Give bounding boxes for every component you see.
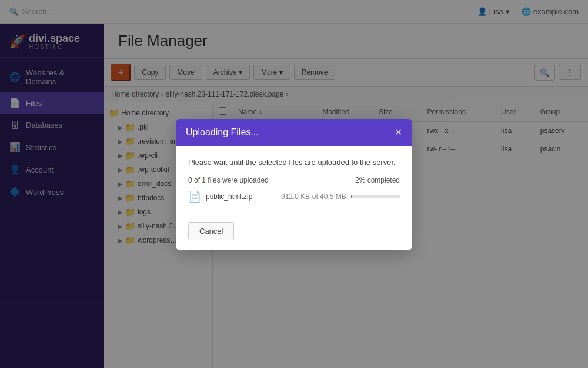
upload-file-size: 912.0 KB of 40.5 MB [281,193,346,201]
dialog-footer: Cancel [176,217,412,250]
upload-progress-header: 0 of 1 files were uploaded 2% completed [188,176,400,184]
dialog-body: Please wait until the selected files are… [176,146,412,217]
close-button[interactable]: ✕ [395,128,402,137]
dialog-title: Uploading Files... [186,127,259,138]
upload-file-row: 📄 public_html.zip 912.0 KB of 40.5 MB [188,190,400,203]
overlay: Uploading Files... ✕ Please wait until t… [0,0,588,368]
dialog-header: Uploading Files... ✕ [176,119,412,146]
cancel-button[interactable]: Cancel [188,222,234,240]
upload-dialog: Uploading Files... ✕ Please wait until t… [176,119,412,250]
upload-file-name: public_html.zip [206,193,276,201]
progress-bar [351,195,352,198]
file-zip-icon: 📄 [188,190,201,203]
progress-bar-wrap [351,195,400,198]
files-progress-text: 0 of 1 files were uploaded [188,176,269,184]
percent-completed-text: 2% completed [355,176,400,184]
dialog-description: Please wait until the selected files are… [188,158,400,167]
